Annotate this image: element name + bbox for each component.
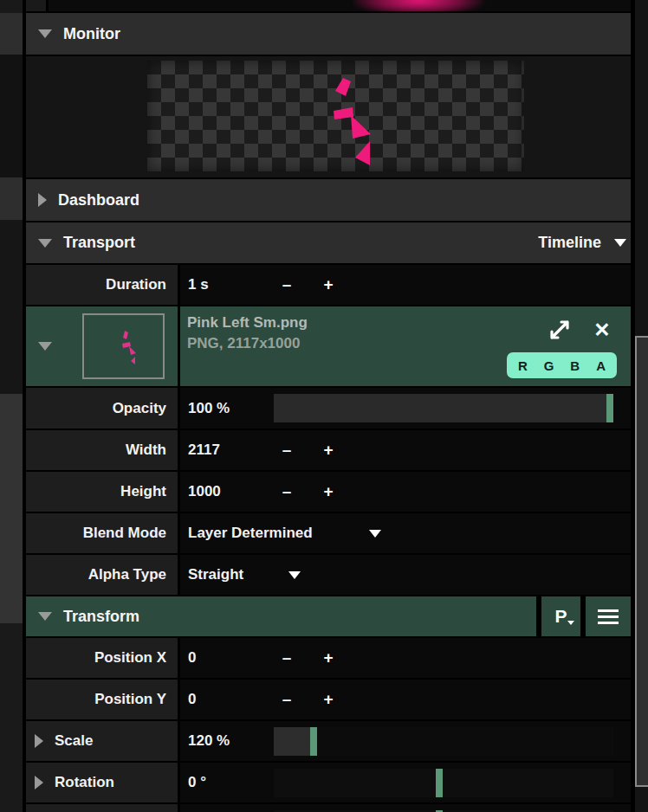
properties-panel: Monitor Dashboard Transport Timeline Dur… — [26, 0, 631, 812]
collapse-triangle-icon[interactable] — [38, 29, 52, 38]
width-increment-button[interactable]: + — [317, 430, 340, 470]
scale-slider-handle[interactable] — [310, 727, 317, 756]
collapse-triangle-icon[interactable] — [38, 612, 52, 621]
channel-a-button[interactable]: A — [596, 358, 606, 373]
pink-shapes-artwork — [147, 61, 524, 171]
layer-header-row[interactable]: Pink Left Sm.png PNG, 2117x1000 ✕ R G B … — [26, 306, 631, 386]
height-decrement-button[interactable]: – — [275, 472, 298, 512]
scrollbar-thumb[interactable] — [635, 336, 648, 787]
collapse-triangle-icon[interactable] — [38, 239, 52, 248]
position-y-value-cell: 0 – + — [180, 680, 631, 719]
scale-label: Scale — [55, 732, 93, 750]
duration-row: Duration 1 s – + — [26, 265, 631, 305]
next-row-value-cell — [180, 804, 631, 812]
blend-mode-label: Blend Mode — [83, 525, 178, 542]
parameter-keyframe-button[interactable]: P — [541, 596, 580, 636]
hamburger-menu-icon — [598, 609, 619, 624]
expand-view-button[interactable] — [548, 318, 572, 342]
duration-value[interactable]: 1 s — [180, 276, 209, 293]
height-row: Height 1000 – + — [26, 472, 631, 512]
alpha-type-dropdown[interactable]: Straight — [180, 566, 243, 583]
next-row-label-cell — [26, 804, 178, 812]
height-label-cell: Height — [26, 472, 178, 512]
timeline-mode-label: Timeline — [538, 234, 601, 252]
rotation-slider-handle[interactable] — [436, 769, 443, 797]
scale-value[interactable]: 120 % — [180, 732, 230, 750]
section-title: Monitor — [63, 25, 120, 43]
scale-row: Scale 120 % — [26, 721, 631, 761]
scale-slider-fill — [274, 727, 310, 756]
alpha-type-row: Alpha Type Straight — [26, 555, 631, 595]
position-y-label-cell: Position Y — [26, 680, 178, 719]
scale-value-cell: 120 % — [180, 721, 631, 761]
chevron-down-icon[interactable] — [288, 571, 301, 579]
left-edge-segment — [0, 55, 23, 177]
channel-r-button[interactable]: R — [518, 358, 528, 373]
position-y-row: Position Y 0 – + — [26, 680, 631, 719]
opacity-label-cell: Opacity — [26, 388, 178, 429]
position-x-value[interactable]: 0 — [180, 649, 196, 667]
section-title: Dashboard — [58, 191, 139, 209]
position-y-increment-button[interactable]: + — [317, 680, 340, 719]
duration-increment-button[interactable]: + — [317, 265, 340, 305]
position-x-label-cell: Position X — [26, 638, 178, 678]
opacity-value[interactable]: 100 % — [180, 400, 230, 417]
position-y-label: Position Y — [94, 691, 178, 708]
width-label: Width — [126, 441, 178, 459]
collapse-triangle-icon[interactable] — [38, 342, 52, 351]
monitor-section-header[interactable]: Monitor — [26, 13, 631, 55]
height-value-cell: 1000 – + — [180, 472, 631, 512]
width-value[interactable]: 2117 — [180, 441, 220, 459]
height-value[interactable]: 1000 — [180, 483, 221, 500]
blend-mode-dropdown[interactable]: Layer Determined — [180, 525, 313, 542]
panel-scrollbar[interactable] — [635, 0, 648, 812]
blend-mode-row: Blend Mode Layer Determined — [26, 513, 631, 553]
expand-diagonal-icon — [548, 319, 571, 341]
expand-triangle-icon[interactable] — [38, 193, 47, 207]
transport-section-header[interactable]: Transport Timeline — [26, 222, 631, 263]
column-divider — [178, 306, 180, 386]
alpha-type-value-cell: Straight — [180, 555, 631, 595]
channel-toggle-group: R G B A — [507, 352, 617, 378]
expand-triangle-icon[interactable] — [35, 776, 43, 789]
rotation-value-cell: 0 ° — [180, 763, 631, 802]
scale-slider[interactable] — [274, 727, 613, 756]
position-x-value-cell: 0 – + — [180, 638, 631, 678]
remove-layer-button[interactable]: ✕ — [589, 317, 615, 343]
rotation-slider[interactable] — [274, 769, 613, 797]
left-edge-segment — [0, 623, 23, 812]
properties-panel-screen: { "colors":{"accent_green":"#2d4a3e","mi… — [0, 0, 648, 812]
position-y-value[interactable]: 0 — [180, 691, 196, 708]
channel-b-button[interactable]: B — [570, 358, 580, 373]
dashboard-section-header[interactable]: Dashboard — [26, 179, 631, 221]
top-panel-corner — [26, 0, 49, 11]
position-x-label: Position X — [94, 649, 178, 667]
parameter-p-icon: P — [554, 606, 567, 627]
pink-artwork-glow — [353, 0, 483, 11]
chevron-down-icon[interactable] — [369, 530, 381, 538]
position-x-decrement-button[interactable]: – — [275, 638, 298, 678]
height-increment-button[interactable]: + — [317, 472, 340, 512]
channel-g-button[interactable]: G — [544, 358, 554, 373]
position-y-decrement-button[interactable]: – — [275, 680, 298, 719]
close-icon: ✕ — [593, 319, 610, 342]
opacity-row: Opacity 100 % — [26, 388, 631, 429]
opacity-slider-handle[interactable] — [606, 394, 613, 422]
rotation-value[interactable]: 0 ° — [180, 774, 206, 791]
transform-menu-button[interactable] — [586, 596, 631, 636]
left-scrollbar-thumb[interactable] — [0, 394, 23, 623]
timeline-mode-dropdown[interactable]: Timeline — [538, 234, 631, 252]
expand-triangle-icon[interactable] — [35, 734, 43, 748]
position-x-increment-button[interactable]: + — [317, 638, 340, 678]
duration-decrement-button[interactable]: – — [275, 265, 298, 305]
transform-section-header[interactable]: Transform P — [26, 596, 631, 636]
position-x-row: Position X 0 – + — [26, 638, 631, 678]
section-title: Transport — [63, 234, 135, 252]
opacity-slider[interactable] — [274, 394, 613, 422]
left-edge-segment — [0, 13, 23, 55]
layer-thumbnail[interactable] — [82, 313, 165, 379]
left-edge-segment — [0, 0, 23, 13]
width-decrement-button[interactable]: – — [275, 430, 298, 470]
thumbnail-artwork — [84, 315, 163, 377]
scale-label-cell: Scale — [26, 721, 178, 761]
